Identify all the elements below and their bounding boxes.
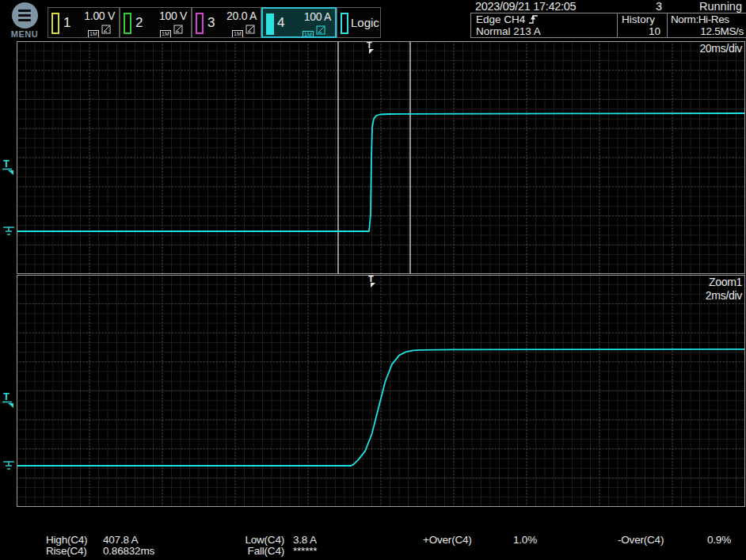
menu-button[interactable]: MENU [9, 2, 40, 39]
measurement-label: High(C4) [46, 535, 87, 546]
ground-level-marker-main [2, 225, 17, 242]
channel-2-button[interactable]: 2 100 V 1M [120, 7, 192, 38]
acquisition-count: 3 [626, 0, 662, 13]
trigger-position-marker-zoom[interactable]: T [367, 275, 381, 292]
probe-icon [173, 25, 184, 35]
impedance-icon: 1M [160, 25, 171, 39]
channel-setting-icons: 1M [88, 25, 112, 39]
acquisition-panel[interactable]: Norm:Hi-Res 12.5MS/s [667, 13, 746, 37]
probe-icon [316, 25, 326, 36]
channel-scale-value: 20.0 A [226, 10, 257, 22]
svg-text:T: T [3, 158, 10, 170]
acquisition-mode: Norm:Hi-Res [671, 13, 729, 25]
measurement-value: 1.0% [513, 535, 537, 546]
channel-number: 4 [277, 15, 284, 31]
channel-4-button-selected[interactable]: 4 100 A 1M [261, 7, 337, 38]
logic-color-bracket-icon [341, 13, 348, 34]
probe-icon [245, 25, 256, 35]
trigger-level-marker-main[interactable]: T [2, 158, 16, 176]
svg-text:T: T [367, 41, 372, 50]
channel-number: 3 [207, 15, 215, 31]
channel-setting-icons: 1M [232, 25, 256, 39]
zoom-window-label: Zoom1 [709, 276, 742, 288]
trigger-position-marker-main[interactable]: T [365, 41, 379, 59]
channel-1-color-bracket-icon [51, 13, 59, 34]
main-timebase-label: 20ms/div [699, 42, 742, 55]
trigger-type: Edge CH4 [476, 13, 525, 25]
channel-setting-icons: 1M [303, 25, 326, 40]
zoom-waveform-area[interactable]: Zoom1 2ms/div [17, 275, 745, 507]
ground-level-marker-zoom [2, 459, 17, 477]
menu-label: MENU [9, 29, 40, 39]
history-panel[interactable]: History 10 [617, 13, 667, 37]
channel-number: 2 [135, 15, 143, 31]
history-value: 10 [649, 25, 660, 37]
trigger-mode-level: Normal 213 A [476, 25, 541, 37]
channel-1-button[interactable]: 1 1.00 V 1M [48, 7, 120, 38]
trigger-info-panel[interactable]: Edge CH4 Normal 213 A History 10 Norm:Hi… [470, 13, 746, 38]
zoom-graticule [17, 275, 745, 507]
trigger-level-marker-zoom[interactable]: T [2, 391, 16, 409]
sample-rate: 12.5MS/s [700, 25, 744, 37]
channel-scale-value: 1.00 V [84, 10, 115, 22]
measurement-label: Low(C4) [224, 535, 284, 546]
svg-text:T: T [3, 391, 10, 402]
hamburger-icon [12, 2, 38, 29]
measurement-value: 0.9% [707, 535, 731, 546]
measurement-value: 3.8 A [293, 535, 317, 546]
channel-number: 1 [63, 15, 70, 31]
rising-edge-icon [528, 14, 539, 25]
measurement-label: Fall(C4) [224, 546, 284, 557]
channel-4-color-bracket-icon [266, 13, 274, 35]
channel-3-color-bracket-icon [196, 13, 204, 34]
main-graticule [17, 41, 745, 274]
channel-2-color-bracket-icon [124, 13, 131, 34]
channel-scale-value: 100 A [304, 10, 331, 23]
impedance-icon: 1M [303, 25, 314, 40]
trigger-settings-cell[interactable]: Edge CH4 Normal 213 A [471, 13, 617, 37]
channel-scale-value: 100 V [159, 10, 187, 22]
measurement-label: -Over(C4) [618, 535, 664, 546]
impedance-icon: 1M [88, 25, 99, 39]
channel-setting-icons: 1M [160, 25, 184, 39]
datetime: 2023/09/21 17:42:05 [475, 0, 576, 13]
channel-bar: 1 1.00 V 1M 2 100 V 1M 3 20.0 A 1M [48, 7, 381, 38]
measurement-label: Rise(C4) [46, 546, 87, 557]
logic-label: Logic [351, 16, 379, 29]
svg-text:T: T [368, 275, 374, 284]
impedance-icon: 1M [232, 25, 243, 39]
history-label: History [622, 13, 655, 25]
channel-3-button[interactable]: 3 20.0 A 1M [192, 7, 261, 38]
measurement-value: ****** [293, 546, 317, 557]
probe-icon [101, 25, 112, 35]
zoom-timebase-label: 2ms/div [706, 289, 742, 302]
oscilloscope-screen: MENU 1 1.00 V 1M 2 100 V 1M 3 20.0 A [0, 0, 746, 560]
run-status: Running [699, 0, 742, 13]
measurement-value: 0.86832ms [103, 546, 154, 557]
measurement-label: +Over(C4) [423, 535, 472, 546]
measurement-value: 407.8 A [103, 535, 138, 546]
logic-button[interactable]: Logic [337, 7, 381, 38]
main-waveform-area[interactable]: 20ms/div [17, 41, 745, 274]
